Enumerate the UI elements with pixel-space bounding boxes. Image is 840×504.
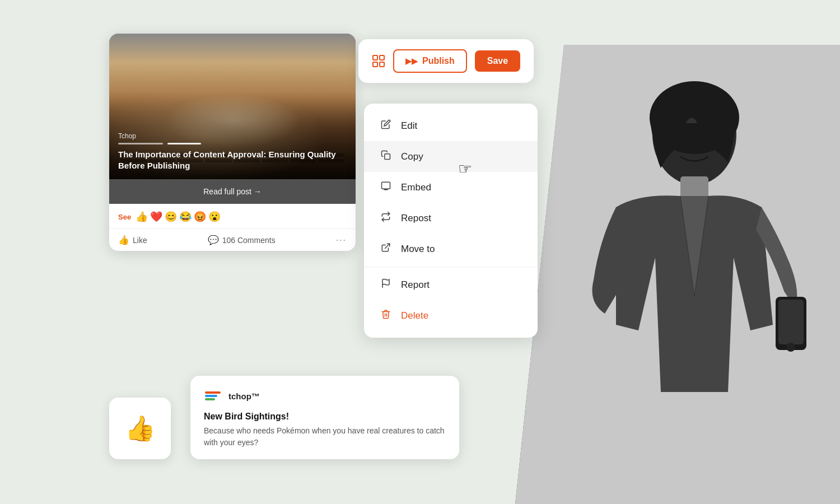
embed-label: Embed [401, 182, 431, 193]
reaction-smile: 😊 [165, 211, 177, 223]
svg-point-15 [786, 343, 795, 352]
play-icon: ▶▶ [405, 57, 418, 66]
publish-button[interactable]: ▶▶ Publish [393, 49, 467, 73]
notification-title: New Bird Sightings! [204, 412, 446, 422]
delete-icon [380, 309, 392, 322]
like-button[interactable]: 👍 Like [118, 235, 147, 245]
toolbar-card: ▶▶ Publish Save [358, 39, 534, 83]
progress-bar-2 [167, 143, 201, 144]
like-label: Like [133, 236, 147, 245]
report-label: Report [401, 279, 430, 291]
read-full-post-button[interactable]: Read full post → [109, 179, 356, 204]
layout-icon [372, 54, 385, 68]
comments-button[interactable]: 💬 106 Comments [208, 235, 276, 245]
copy-icon [380, 150, 392, 163]
tchop-bar-3 [205, 398, 215, 400]
see-label: See [118, 213, 131, 221]
repost-icon [380, 212, 392, 225]
tchop-avatar [204, 387, 222, 405]
reaction-heart: ❤️ [150, 211, 162, 223]
reaction-angry: 😡 [194, 211, 206, 223]
menu-item-repost[interactable]: Repost [364, 203, 538, 234]
publish-label: Publish [422, 56, 455, 66]
notification-body: Because who needs Pokémon when you have … [204, 425, 446, 448]
more-button[interactable]: ··· [336, 235, 347, 245]
menu-item-embed[interactable]: Embed [364, 172, 538, 203]
svg-rect-4 [385, 154, 390, 160]
post-card: Tchop The Importance of Content Approval… [109, 34, 356, 251]
notification-username: tchop™ [228, 391, 260, 401]
svg-rect-5 [382, 182, 390, 189]
report-icon [380, 278, 392, 291]
edit-label: Edit [401, 120, 417, 132]
svg-rect-14 [778, 300, 804, 344]
move-to-icon [380, 242, 392, 255]
svg-point-16 [678, 133, 689, 147]
menu-divider [364, 267, 538, 267]
like-icon: 👍 [118, 235, 129, 245]
comment-icon: 💬 [208, 235, 219, 245]
svg-rect-3 [380, 62, 384, 67]
copy-label: Copy [401, 151, 423, 162]
repost-label: Repost [401, 213, 431, 224]
post-image: Tchop The Importance of Content Approval… [109, 34, 356, 179]
post-footer: 👍 Like 💬 106 Comments ··· [109, 229, 356, 251]
context-menu: Edit Copy Embed [364, 104, 538, 338]
post-title-overlay: The Importance of Content Approval: Ensu… [109, 136, 356, 180]
menu-item-edit[interactable]: Edit [364, 110, 538, 141]
notification-card: tchop™ New Bird Sightings! Because who n… [190, 376, 459, 459]
menu-item-copy[interactable]: Copy [364, 141, 538, 172]
reaction-laugh: 😂 [179, 211, 192, 223]
menu-item-move-to[interactable]: Move to [364, 234, 538, 264]
delete-label: Delete [401, 310, 428, 321]
thumbsup-icon: 👍 [125, 414, 156, 443]
menu-item-report[interactable]: Report [364, 269, 538, 300]
woman-illustration [515, 45, 840, 504]
post-reactions: See 👍 ❤️ 😊 😂 😡 😮 [109, 204, 356, 229]
svg-rect-0 [373, 55, 377, 60]
tchop-bar-2 [205, 395, 217, 397]
comments-label: 106 Comments [222, 236, 276, 245]
svg-point-17 [700, 133, 711, 147]
edit-icon [380, 119, 392, 132]
post-progress [118, 143, 347, 144]
reaction-wow: 😮 [208, 211, 221, 223]
move-to-label: Move to [401, 244, 435, 255]
embed-icon [380, 181, 392, 194]
tchop-bar-1 [205, 391, 221, 394]
save-button[interactable]: Save [475, 50, 520, 72]
svg-rect-1 [380, 55, 384, 60]
tchop-logo [205, 391, 221, 400]
notification-header: tchop™ [204, 387, 446, 405]
progress-bar-1 [118, 143, 163, 144]
post-title: The Importance of Content Approval: Ensu… [118, 149, 347, 172]
svg-rect-2 [373, 62, 377, 67]
thumbsup-card: 👍 [109, 398, 171, 459]
menu-item-delete[interactable]: Delete [364, 300, 538, 331]
post-body: Read full post → See 👍 ❤️ 😊 😂 😡 😮 👍 Like… [109, 179, 356, 251]
reaction-thumbs-up: 👍 [136, 211, 148, 223]
woman-svg [515, 45, 840, 504]
